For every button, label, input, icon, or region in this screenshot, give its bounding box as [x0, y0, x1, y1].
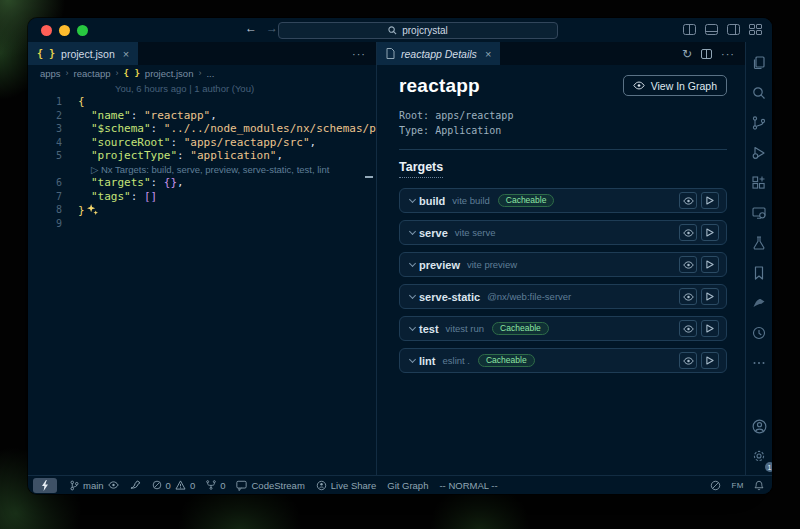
- more-actions-icon[interactable]: ···: [721, 48, 735, 60]
- warnings-icon: [175, 480, 186, 490]
- target-command: vite build: [452, 195, 490, 206]
- forward-button[interactable]: →: [266, 21, 278, 35]
- extensions-icon[interactable]: [746, 168, 773, 198]
- line-number: 5: [28, 149, 62, 163]
- refresh-icon[interactable]: ↻: [682, 47, 692, 61]
- type-label: Type:: [399, 125, 429, 136]
- breadcrumb-item[interactable]: project.json: [145, 68, 194, 79]
- close-window-button[interactable]: [41, 25, 52, 36]
- split-editor-icon[interactable]: [701, 49, 712, 59]
- toggle-panel-icon[interactable]: [705, 24, 718, 35]
- codelens-line[interactable]: ▷ Nx Targets: build, serve, preview, ser…: [28, 163, 376, 177]
- remote-indicator[interactable]: [33, 478, 57, 493]
- problems-item[interactable]: 0 0: [152, 480, 196, 491]
- code-line: 6"targets": {},: [28, 176, 376, 190]
- code-text: "$schema": "../../node_modules/nx/schema…: [78, 122, 376, 136]
- chevron-down-icon[interactable]: [409, 356, 416, 363]
- target-row-serve-static[interactable]: serve-static@nx/web:file-server: [399, 284, 727, 309]
- zoom-window-button[interactable]: [77, 25, 88, 36]
- target-name: test: [419, 323, 439, 335]
- target-row-lint[interactable]: linteslint .Cacheable: [399, 348, 727, 373]
- remote-explorer-icon[interactable]: [746, 198, 773, 228]
- files-icon[interactable]: [746, 48, 773, 78]
- close-tab-icon[interactable]: ×: [485, 48, 491, 60]
- chevron-down-icon[interactable]: [409, 260, 416, 267]
- view-in-graph-button[interactable]: View In Graph: [623, 75, 727, 96]
- settings-gear-icon[interactable]: 1: [746, 441, 773, 471]
- chevron-down-icon[interactable]: [409, 228, 416, 235]
- run-target-button[interactable]: [701, 192, 719, 209]
- targets-list: buildvite buildCacheableservevite servep…: [399, 188, 727, 373]
- bookmarks-icon[interactable]: [746, 258, 773, 288]
- run-target-button[interactable]: [701, 288, 719, 305]
- chevron-down-icon[interactable]: [409, 292, 416, 299]
- fork-count-item[interactable]: 0: [206, 480, 225, 491]
- view-target-button[interactable]: [679, 256, 697, 273]
- view-target-button[interactable]: [679, 224, 697, 241]
- more-actions-icon[interactable]: ···: [352, 48, 366, 60]
- target-name: serve: [419, 227, 448, 239]
- tab-reactapp-details[interactable]: reactapp Details ×: [377, 42, 500, 65]
- eye-icon: [683, 293, 694, 301]
- breadcrumb-item[interactable]: ...: [206, 68, 214, 79]
- layout-controls: [683, 24, 762, 35]
- breadcrumb-item[interactable]: apps: [40, 68, 61, 79]
- target-row-serve[interactable]: servevite serve: [399, 220, 727, 245]
- tab-project-json[interactable]: { } project.json ×: [28, 42, 138, 65]
- back-button[interactable]: ←: [245, 21, 257, 35]
- history-icon[interactable]: [746, 318, 773, 348]
- cacheable-badge: Cacheable: [498, 194, 555, 208]
- codestream-item[interactable]: CodeStream: [236, 480, 304, 491]
- account-icon[interactable]: [746, 411, 773, 441]
- run-target-button[interactable]: [701, 224, 719, 241]
- live-share-item[interactable]: Live Share: [316, 480, 376, 491]
- left-tab-bar: { } project.json × ···: [28, 42, 376, 65]
- code-editor[interactable]: You, 6 hours ago | 1 author (You) 1{2"na…: [28, 81, 376, 475]
- target-name: lint: [419, 355, 436, 367]
- view-target-button[interactable]: [679, 192, 697, 209]
- run-debug-icon[interactable]: [746, 138, 773, 168]
- target-row-preview[interactable]: previewvite preview: [399, 252, 727, 277]
- eye-icon: [683, 325, 694, 333]
- run-target-button[interactable]: [701, 256, 719, 273]
- code-text: }: [78, 203, 98, 217]
- run-target-button[interactable]: [701, 352, 719, 369]
- test-beaker-icon[interactable]: [746, 228, 773, 258]
- run-target-button[interactable]: [701, 320, 719, 337]
- settings-badge: 1: [765, 462, 773, 472]
- search-icon[interactable]: [746, 78, 773, 108]
- nx-targets-codelens[interactable]: ▷ Nx Targets: build, serve, preview, ser…: [78, 163, 329, 177]
- git-graph-item[interactable]: Git Graph: [387, 480, 428, 491]
- blocked-icon[interactable]: [710, 480, 721, 491]
- target-command: eslint .: [443, 355, 470, 366]
- view-target-button[interactable]: [679, 352, 697, 369]
- fork-icon: [206, 480, 216, 490]
- target-row-test[interactable]: testvitest runCacheable: [399, 316, 727, 341]
- customize-layout-icon[interactable]: [749, 24, 762, 35]
- json-file-icon: { }: [124, 68, 140, 78]
- view-target-button[interactable]: [679, 320, 697, 337]
- source-control-icon[interactable]: [746, 108, 773, 138]
- code-text: {: [78, 95, 85, 109]
- fm-indicator[interactable]: FM: [731, 481, 744, 490]
- more-icon[interactable]: [746, 348, 773, 378]
- line-number: 8: [28, 203, 62, 217]
- code-line: 7"tags": []: [28, 190, 376, 204]
- command-center-search[interactable]: projcrystal: [278, 22, 558, 39]
- target-row-build[interactable]: buildvite buildCacheable: [399, 188, 727, 213]
- breadcrumb-item[interactable]: reactapp: [74, 68, 111, 79]
- line-number: 9: [28, 217, 62, 231]
- bird-item[interactable]: [130, 480, 141, 490]
- nx-console-icon[interactable]: [746, 288, 773, 318]
- view-target-button[interactable]: [679, 288, 697, 305]
- chevron-down-icon[interactable]: [409, 196, 416, 203]
- toggle-secondary-sidebar-icon[interactable]: [727, 24, 740, 35]
- vim-mode-indicator[interactable]: -- NORMAL --: [439, 480, 497, 491]
- bell-icon[interactable]: [754, 480, 764, 491]
- code-line: 3"$schema": "../../node_modules/nx/schem…: [28, 122, 376, 136]
- chevron-down-icon[interactable]: [409, 324, 416, 331]
- toggle-split-editor-icon[interactable]: [683, 24, 696, 35]
- git-branch-item[interactable]: main: [70, 480, 119, 491]
- close-tab-icon[interactable]: ×: [123, 48, 129, 60]
- minimize-window-button[interactable]: [59, 25, 70, 36]
